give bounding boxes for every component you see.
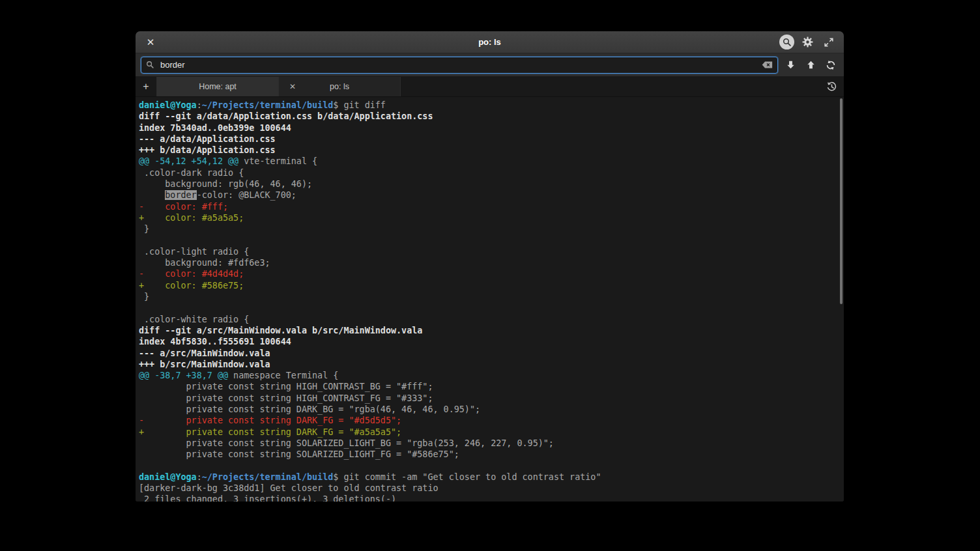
find-previous-button[interactable]: [803, 57, 818, 73]
terminal-line: + private const string DARK_FG = "#a5a5a…: [139, 427, 837, 438]
terminal-line: background: rgb(46, 46, 46);: [139, 178, 837, 190]
terminal-line: 2 files changed, 3 insertions(+), 3 dele…: [139, 494, 837, 502]
terminal-line: .color-light radio {: [139, 246, 837, 257]
gear-icon: [801, 36, 814, 48]
terminal-line: - color: #4d4d4d;: [139, 268, 837, 279]
settings-button[interactable]: [800, 35, 815, 49]
terminal[interactable]: daniel@Yoga:~/Projects/terminal/build$ g…: [136, 97, 844, 502]
terminal-line: .color-white radio {: [139, 314, 837, 325]
fullscreen-button[interactable]: [821, 35, 836, 49]
terminal-line: --- a/data/Application.css: [139, 134, 837, 145]
tab-home-apt[interactable]: Home: apt: [157, 77, 279, 96]
wrap-search-button[interactable]: [823, 57, 839, 73]
terminal-window: ✕ po: ls: [136, 31, 844, 502]
arrow-down-icon: [786, 60, 796, 70]
search-bar: [136, 53, 844, 77]
terminal-line: [darker-dark-bg 3c38dd1] Get closer to o…: [139, 483, 837, 494]
terminal-line: + color: #a5a5a5;: [139, 212, 837, 223]
terminal-line: private const string SOLARIZED_LIGHT_FG …: [139, 449, 837, 460]
window-close-button[interactable]: ✕: [143, 35, 158, 49]
search-toggle-button[interactable]: [779, 35, 794, 49]
tab-bar: + Home: apt ✕ po: ls: [136, 77, 844, 97]
terminal-line: private const string SOLARIZED_LIGHT_BG …: [139, 438, 837, 449]
terminal-line: - color: #fff;: [139, 201, 837, 212]
search-entry[interactable]: [141, 57, 778, 74]
terminal-line: - private const string DARK_FG = "#d5d5d…: [139, 415, 837, 426]
terminal-line: +++ b/data/Application.css: [139, 145, 837, 156]
terminal-line: diff --git a/src/MainWindow.vala b/src/M…: [139, 325, 837, 336]
terminal-line: index 7b340ad..0eb399e 100644: [139, 122, 837, 134]
plus-icon: +: [143, 81, 149, 92]
terminal-line: border-color: @BLACK_700;: [139, 190, 837, 201]
cycle-arrows-icon: [826, 60, 836, 70]
tab-label: po: ls: [330, 82, 349, 91]
terminal-line: +++ b/src/MainWindow.vala: [139, 359, 837, 370]
tab-po-ls[interactable]: ✕ po: ls: [279, 77, 401, 96]
find-next-button[interactable]: [783, 57, 798, 73]
arrow-up-icon: [806, 60, 816, 70]
terminal-line: }: [139, 223, 837, 234]
terminal-line: daniel@Yoga:~/Projects/terminal/build$ g…: [139, 100, 837, 111]
window-close-icon: ✕: [147, 37, 155, 47]
titlebar-actions: [779, 35, 836, 49]
search-entry-magnifier-icon: [146, 61, 154, 69]
window-title: po: ls: [136, 37, 844, 47]
terminal-line: }: [139, 291, 837, 302]
history-clock-icon: [826, 81, 837, 92]
terminal-line: private const string HIGH_CONTRAST_BG = …: [139, 381, 837, 392]
tab-label: Home: apt: [199, 82, 237, 91]
clear-search-button[interactable]: [762, 61, 773, 69]
terminal-line: + color: #586e75;: [139, 280, 837, 291]
terminal-output: daniel@Yoga:~/Projects/terminal/build$ g…: [139, 100, 837, 502]
fullscreen-icon: [824, 37, 834, 48]
terminal-line: private const string DARK_BG = "rgba(46,…: [139, 404, 837, 415]
search-input[interactable]: [159, 59, 757, 70]
terminal-line: background: #fdf6e3;: [139, 257, 837, 268]
tab-close-icon: ✕: [289, 82, 296, 91]
terminal-line: index 4bf5830..f555691 100644: [139, 336, 837, 347]
new-tab-button[interactable]: +: [136, 77, 157, 96]
terminal-line: [139, 460, 837, 472]
tab-history-button[interactable]: [819, 77, 844, 96]
search-icon: [783, 38, 792, 47]
terminal-line: .color-dark radio {: [139, 167, 837, 178]
tab-close-button[interactable]: ✕: [285, 77, 300, 96]
titlebar: ✕ po: ls: [136, 31, 844, 53]
terminal-line: @@ -54,12 +54,12 @@ vte-terminal {: [139, 156, 837, 167]
terminal-line: [139, 235, 837, 246]
terminal-line: [139, 302, 837, 313]
terminal-line: diff --git a/data/Application.css b/data…: [139, 111, 837, 122]
scrollbar-thumb[interactable]: [840, 98, 843, 304]
terminal-line: @@ -38,7 +38,7 @@ namespace Terminal {: [139, 370, 837, 381]
terminal-line: private const string HIGH_CONTRAST_FG = …: [139, 393, 837, 404]
terminal-line: --- a/src/MainWindow.vala: [139, 348, 837, 359]
terminal-line: daniel@Yoga:~/Projects/terminal/build$ g…: [139, 472, 837, 483]
